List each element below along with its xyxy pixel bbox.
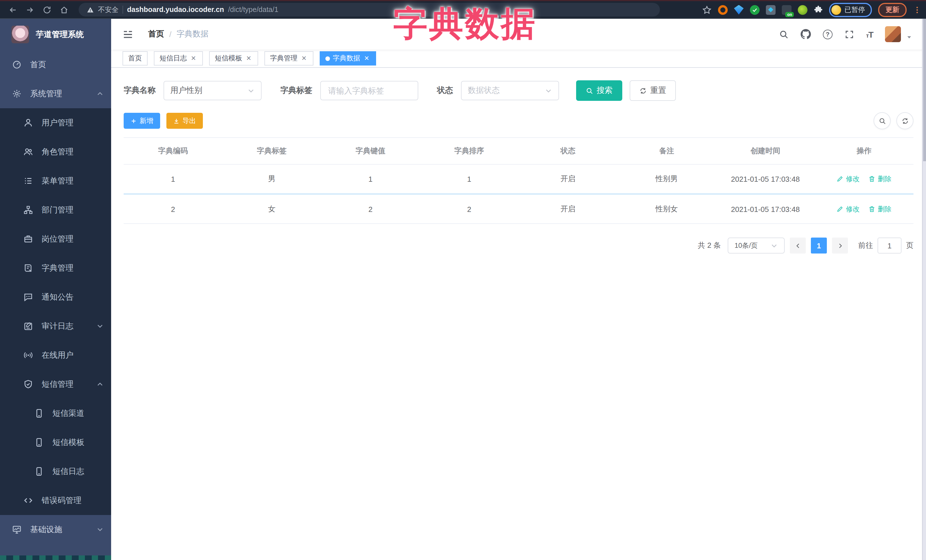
next-page-button[interactable] <box>832 237 848 254</box>
sidebar-item-label: 在线用户 <box>42 350 74 360</box>
status-select[interactable]: 数据状态 <box>461 81 559 100</box>
tab-label: 首页 <box>128 54 142 63</box>
breadcrumb-home[interactable]: 首页 <box>148 29 164 39</box>
sidebar-item-users[interactable]: 用户管理 <box>0 108 111 137</box>
search-icon[interactable] <box>779 29 789 39</box>
col-header: 操作 <box>815 138 914 165</box>
refresh-button[interactable] <box>896 112 914 129</box>
back-icon[interactable] <box>9 5 17 14</box>
sidebar-item-audit-log[interactable]: 审计日志 <box>0 312 111 341</box>
close-icon[interactable]: ✕ <box>245 55 253 62</box>
sidebar-item-error-codes[interactable]: 错误码管理 <box>0 486 111 515</box>
online-signal-icon <box>23 350 33 360</box>
page-scrollbar[interactable] <box>922 19 926 560</box>
home-icon[interactable] <box>60 5 68 14</box>
sidebar-item-departments[interactable]: 部门管理 <box>0 195 111 225</box>
table-row: 1 男 1 1 开启 性别男 2021-01-05 17:03:48 修改 <box>124 165 914 195</box>
reload-icon[interactable] <box>43 5 51 14</box>
dict-name-select[interactable]: 用户性别 <box>163 81 262 100</box>
tab-dict-manage[interactable]: 字典管理 ✕ <box>265 51 313 65</box>
forward-icon[interactable] <box>26 5 34 14</box>
sidebar-item-dict[interactable]: 字典管理 <box>0 254 111 282</box>
sidebar-item-infrastructure[interactable]: 基础设施 <box>0 515 111 544</box>
user-avatar[interactable] <box>885 26 901 42</box>
screen: 不安全 dashboard.yudao.iocoder.cn /dict/typ… <box>0 0 926 560</box>
chevron-right-icon <box>837 242 843 249</box>
reset-button[interactable]: 重置 <box>630 80 676 101</box>
sidebar-item-label: 首页 <box>30 60 46 70</box>
sidebar-item-roles[interactable]: 角色管理 <box>0 137 111 166</box>
delete-link[interactable]: 删除 <box>869 204 891 214</box>
dict-name-label: 字典名称 <box>124 86 156 96</box>
sidebar-item-system[interactable]: 系统管理 <box>0 79 111 108</box>
sidebar-item-sms-template[interactable]: 短信模板 <box>0 428 111 457</box>
sidebar-item-posts[interactable]: 岗位管理 <box>0 225 111 254</box>
tab-label: 短信日志 <box>160 54 187 63</box>
kebab-menu-icon[interactable] <box>913 5 921 14</box>
help-icon[interactable]: ? <box>823 29 832 39</box>
extension-icon-on[interactable]: on <box>782 5 791 15</box>
page-number-button[interactable]: 1 <box>811 237 827 254</box>
dict-name-value: 用户性别 <box>170 86 202 96</box>
browser-update-button[interactable]: 更新 <box>878 3 906 17</box>
tab-dict-data[interactable]: 字典数据 ✕ <box>320 51 376 65</box>
address-bar[interactable]: 不安全 dashboard.yudao.iocoder.cn /dict/typ… <box>79 3 660 17</box>
github-icon[interactable] <box>800 29 811 39</box>
profile-paused-badge[interactable]: 已暂停 <box>829 3 872 17</box>
sidebar-item-label: 短信日志 <box>53 466 84 477</box>
sidebar-item-label: 审计日志 <box>42 321 74 331</box>
tab-home[interactable]: 首页 <box>123 51 148 65</box>
extension-icon-diamond[interactable] <box>766 5 776 15</box>
plus-icon <box>130 118 137 124</box>
extension-icon-green[interactable] <box>798 5 808 15</box>
edit-link[interactable]: 修改 <box>837 204 859 214</box>
export-button[interactable]: 导出 <box>166 113 203 129</box>
sidebar-item-sms[interactable]: 短信管理 <box>0 370 111 399</box>
sidebar-item-menus[interactable]: 菜单管理 <box>0 166 111 195</box>
tab-sms-log[interactable]: 短信日志 ✕ <box>154 51 203 65</box>
sidebar-item-sms-channel[interactable]: 短信渠道 <box>0 399 111 428</box>
add-button[interactable]: 新增 <box>124 113 160 129</box>
extension-icon-green-check[interactable] <box>750 5 760 15</box>
goto-page-input[interactable] <box>878 237 902 254</box>
page-content: 字典名称 用户性别 字典标签 状态 数据状态 搜索 <box>111 68 926 254</box>
delete-link[interactable]: 删除 <box>869 174 891 184</box>
breadcrumb-current: 字典数据 <box>177 29 209 39</box>
caret-down-icon[interactable] <box>906 34 912 40</box>
sidebar-item-online-users[interactable]: 在线用户 <box>0 341 111 370</box>
add-button-label: 新增 <box>139 116 153 125</box>
dict-label-input[interactable] <box>327 86 412 96</box>
page-size-value: 10条/页 <box>735 241 758 251</box>
sidebar-item-notice[interactable]: 通知公告 <box>0 282 111 312</box>
close-icon[interactable]: ✕ <box>363 55 371 62</box>
page-size-select[interactable]: 10条/页 <box>728 237 785 254</box>
scrollbar-thumb[interactable] <box>923 19 926 161</box>
show-search-button[interactable] <box>873 112 891 129</box>
sidebar-item-sms-log[interactable]: 短信日志 <box>0 457 111 486</box>
close-icon[interactable]: ✕ <box>300 55 308 62</box>
extension-icon-blue-gem[interactable] <box>734 5 744 15</box>
sidebar-item-home[interactable]: 首页 <box>0 50 111 79</box>
close-icon[interactable]: ✕ <box>190 55 197 62</box>
extension-icon-orange[interactable] <box>718 5 728 15</box>
app-logo[interactable]: 芋道管理系统 <box>0 19 111 50</box>
fullscreen-icon[interactable] <box>844 29 854 39</box>
dashboard-icon <box>12 60 22 69</box>
tab-sms-template[interactable]: 短信模板 ✕ <box>209 51 258 65</box>
search-button[interactable]: 搜索 <box>576 80 622 101</box>
col-header: 字典键值 <box>321 138 420 165</box>
security-label: 不安全 <box>98 5 118 15</box>
reset-button-label: 重置 <box>650 86 666 96</box>
menu-list-icon <box>23 176 33 186</box>
col-header: 状态 <box>519 138 617 165</box>
bookmark-star-icon[interactable] <box>702 5 712 15</box>
col-header: 创建时间 <box>716 138 815 165</box>
edit-link[interactable]: 修改 <box>837 174 859 184</box>
extensions-puzzle-icon[interactable] <box>814 5 823 14</box>
col-header: 字典标签 <box>222 138 321 165</box>
font-size-icon[interactable]: тT <box>866 29 873 39</box>
code-icon <box>23 496 33 505</box>
delete-icon <box>869 175 876 182</box>
prev-page-button[interactable] <box>790 237 806 254</box>
hamburger-icon[interactable] <box>123 29 133 39</box>
